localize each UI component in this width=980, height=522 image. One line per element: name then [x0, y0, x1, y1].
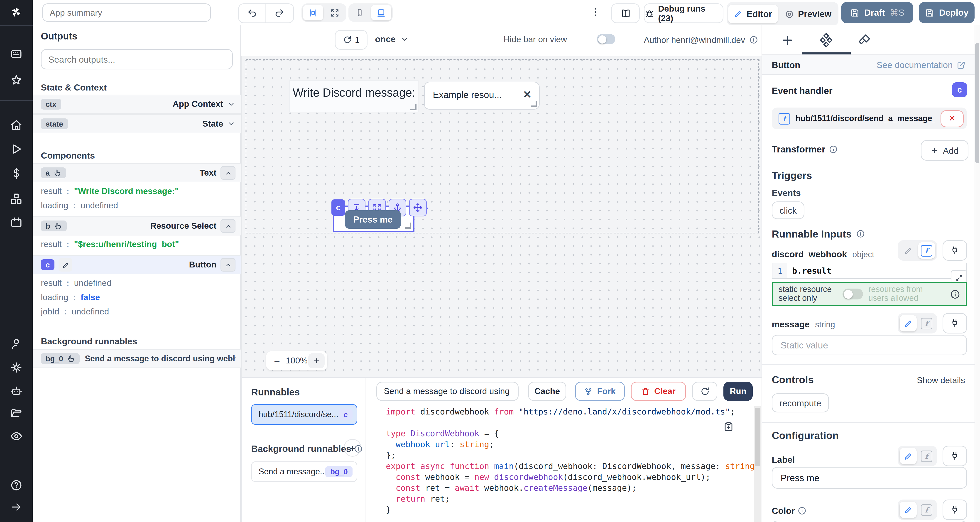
resize-handle[interactable] — [531, 101, 537, 107]
help-icon[interactable] — [10, 479, 22, 492]
collapse-c-button[interactable] — [221, 258, 235, 272]
runnable-name-input[interactable]: Send a message to discord using — [376, 382, 519, 401]
info-icon[interactable] — [950, 289, 960, 299]
background-runnable-item[interactable]: Send a message... bg_0 — [251, 462, 357, 482]
eval-mode-button[interactable]: f — [918, 242, 935, 259]
search-outputs-input[interactable] — [41, 49, 233, 69]
output-row-a[interactable]: a Text — [33, 163, 241, 182]
code-scrollbar-thumb[interactable] — [755, 407, 760, 466]
color-value-input[interactable] — [772, 520, 967, 522]
users-icon[interactable] — [10, 337, 22, 350]
connect-input-button[interactable] — [943, 446, 967, 466]
code-editor[interactable]: import discordwebhook from "https://deno… — [366, 406, 754, 522]
info-icon[interactable] — [798, 506, 807, 515]
docs-button[interactable] — [611, 3, 640, 23]
output-row-ctx[interactable]: ctx App Context — [33, 95, 241, 114]
static-mode-button[interactable] — [900, 315, 917, 331]
runnable-item-selected[interactable]: hub/1511/discord/se... c — [251, 404, 357, 425]
zoom-in-button[interactable]: + — [308, 353, 325, 368]
add-transformer-button[interactable]: Add — [921, 140, 969, 161]
copy-icon[interactable] — [724, 421, 733, 431]
eval-mode-button[interactable]: f — [918, 315, 935, 331]
styling-tab-brush-icon[interactable] — [858, 33, 871, 46]
refresh-count-button[interactable]: 1 — [335, 30, 368, 50]
resources-icon[interactable] — [10, 193, 22, 205]
edit-c-button[interactable] — [59, 258, 72, 272]
refresh-mode-select[interactable]: once — [375, 30, 409, 48]
tab-preview[interactable]: Preview — [779, 5, 837, 23]
tab-editor[interactable]: Editor — [728, 5, 778, 23]
info-icon[interactable] — [856, 229, 865, 238]
static-mode-button[interactable] — [900, 242, 917, 259]
recompute-control-badge[interactable]: recompute — [772, 393, 829, 412]
connect-input-button[interactable] — [943, 500, 967, 520]
mobile-view-button[interactable] — [350, 5, 369, 21]
move-component-button[interactable] — [409, 199, 427, 216]
info-icon[interactable] — [829, 145, 838, 154]
remove-runnable-button[interactable]: ✕ — [940, 110, 964, 127]
clear-button[interactable]: Clear — [631, 382, 686, 401]
draft-button[interactable]: Draft ⌘S — [841, 2, 913, 23]
eval-mode-button[interactable]: f — [918, 448, 935, 464]
clear-select-button[interactable]: ✕ — [523, 89, 531, 101]
component-settings-tab-icon[interactable] — [819, 33, 833, 47]
debug-runs-button[interactable]: Debug runs (23) — [644, 3, 724, 23]
output-row-bg0[interactable]: bg_0 Send a message to discord using web… — [33, 349, 241, 368]
see-documentation-link[interactable]: See documentation — [877, 60, 966, 70]
center-layout-button[interactable] — [303, 5, 323, 21]
undo-button[interactable] — [239, 4, 266, 22]
settings-gear-icon[interactable] — [10, 361, 22, 374]
app-summary-input[interactable] — [42, 3, 211, 22]
star-icon[interactable] — [10, 74, 22, 86]
output-row-b[interactable]: b Resource Select — [33, 216, 241, 236]
expr-input[interactable]: 1 b.result — [772, 263, 967, 279]
message-static-value-input[interactable]: Static value — [772, 335, 967, 355]
static-mode-button[interactable] — [900, 501, 917, 518]
audit-eye-icon[interactable] — [10, 430, 22, 442]
output-row-c[interactable]: c Button — [33, 255, 241, 274]
connect-input-button[interactable] — [943, 313, 967, 334]
chevron-down-icon[interactable] — [227, 100, 235, 108]
resize-handle[interactable] — [405, 223, 411, 229]
fork-button[interactable]: Fork — [575, 382, 625, 401]
static-mode-button[interactable] — [900, 448, 917, 464]
variables-icon[interactable] — [10, 167, 22, 180]
collapse-b-button[interactable] — [221, 219, 235, 233]
resource-select-component[interactable]: Example resou... ✕ — [424, 82, 540, 110]
reload-code-button[interactable] — [692, 382, 717, 401]
label-value-input[interactable]: Press me — [772, 467, 967, 489]
expand-rail-arrow-icon[interactable] — [10, 501, 22, 513]
kebab-menu[interactable]: ⋮ — [591, 6, 601, 17]
fullwidth-layout-button[interactable] — [325, 5, 345, 21]
add-background-runnable-button[interactable]: + — [344, 439, 361, 457]
hide-bar-toggle[interactable] — [597, 34, 615, 44]
zoom-out-button[interactable]: − — [269, 355, 285, 367]
connect-input-button[interactable] — [943, 240, 967, 261]
app-canvas[interactable]: Write Discord message: Example resou... … — [241, 56, 762, 377]
deploy-button[interactable]: Deploy — [919, 2, 975, 23]
press-me-button[interactable]: Press me — [345, 210, 401, 229]
show-details-link[interactable]: Show details — [917, 376, 965, 385]
eval-mode-button[interactable]: f — [918, 501, 935, 518]
output-row-state[interactable]: state State — [33, 115, 241, 134]
redo-button[interactable] — [266, 4, 293, 22]
apps-icon[interactable] — [10, 48, 22, 60]
desktop-view-button[interactable] — [371, 5, 391, 21]
insert-component-tab-plus-icon[interactable] — [781, 33, 794, 47]
runs-icon[interactable] — [10, 143, 22, 155]
cache-button[interactable]: Cache — [528, 382, 566, 401]
schedules-icon[interactable] — [10, 216, 22, 229]
workers-icon[interactable] — [10, 385, 22, 397]
event-handler-runnable[interactable]: f hub/1511/discord/send_a_message_... ✕ — [772, 108, 967, 129]
collapse-a-button[interactable] — [221, 166, 235, 180]
info-icon[interactable] — [749, 35, 758, 44]
resize-handle[interactable] — [410, 104, 417, 110]
text-component[interactable]: Write Discord message: — [289, 80, 418, 112]
panel-scrollbar-thumb[interactable] — [975, 43, 979, 163]
folders-icon[interactable] — [10, 407, 22, 419]
home-icon[interactable] — [10, 119, 22, 131]
chevron-down-icon[interactable] — [227, 120, 235, 128]
click-event-badge[interactable]: click — [772, 201, 804, 219]
static-resource-toggle[interactable] — [843, 288, 863, 299]
run-button[interactable]: Run — [724, 382, 753, 401]
